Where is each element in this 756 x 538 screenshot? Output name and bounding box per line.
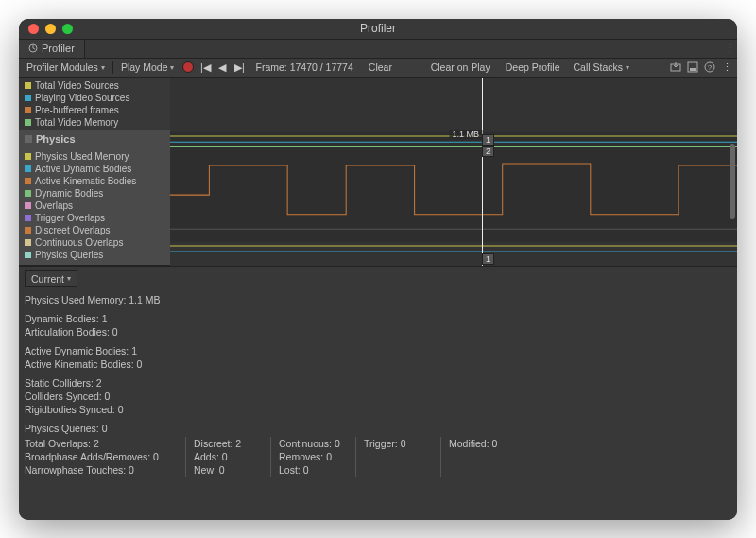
legend-swatch [25, 215, 31, 221]
stat-line: Trigger: 0 [364, 437, 433, 450]
stat-line: Physics Used Memory: 1.1 MB [25, 293, 731, 306]
minimize-window-button[interactable] [45, 24, 56, 34]
vertical-scrollbar[interactable] [730, 144, 735, 219]
legend-label: Active Kinematic Bodies [35, 175, 136, 187]
stat-line: Continuous: 0 [279, 437, 348, 450]
stat-line: Dynamic Bodies: 1 [25, 312, 731, 325]
legend-label: Overlaps [35, 200, 73, 212]
chart-canvas[interactable]: 1.1 MB 1 2 1 [170, 78, 737, 266]
chart-svg [170, 78, 737, 266]
legend-swatch [25, 107, 31, 113]
legend-swatch [25, 119, 31, 126]
window-controls [19, 24, 73, 34]
charts-area: Total Video SourcesPlaying Video Sources… [19, 78, 737, 267]
play-mode-dropdown[interactable]: Play Mode [117, 61, 179, 73]
profiler-modules-dropdown[interactable]: Profiler Modules [23, 61, 109, 73]
content: Total Video SourcesPlaying Video Sources… [19, 78, 737, 520]
svg-text:?: ? [708, 63, 713, 72]
tab-profiler[interactable]: Profiler [19, 40, 85, 58]
legend-label: Discreet Overlaps [35, 224, 110, 236]
stat-line: Removes: 0 [279, 450, 348, 463]
legend-swatch [25, 178, 31, 184]
load-icon[interactable] [669, 61, 682, 74]
menu-icon[interactable]: ⋮ [720, 61, 733, 74]
deep-profile-toggle[interactable]: Deep Profile [500, 61, 566, 73]
stat-line: Adds: 0 [194, 450, 263, 463]
help-icon[interactable]: ? [703, 61, 716, 74]
legend-swatch [25, 252, 31, 258]
stat-line: Colliders Synced: 0 [25, 390, 731, 403]
playhead-label: 1.1 MB [449, 130, 482, 139]
stat-line: Broadphase Adds/Removes: 0 [25, 450, 178, 463]
stat-line: Articulation Bodies: 0 [25, 325, 731, 338]
frame-prev-button[interactable]: ◀ [215, 61, 229, 74]
legend-label: Playing Video Sources [35, 92, 129, 104]
legend-item[interactable]: Physics Queries [25, 249, 164, 261]
legend-item[interactable]: Playing Video Sources [25, 92, 164, 104]
svg-rect-7 [170, 131, 737, 241]
legend-swatch [25, 227, 31, 234]
zoom-window-button[interactable] [62, 24, 73, 34]
legend-item[interactable]: Active Dynamic Bodies [25, 163, 164, 175]
stat-line: Lost: 0 [279, 463, 348, 477]
legend-item[interactable]: Physics Used Memory [25, 150, 164, 163]
legend-item[interactable]: Active Kinematic Bodies [25, 175, 164, 187]
legend-swatch [25, 165, 31, 172]
stat-line: Physics Queries: 0 [25, 422, 731, 435]
playhead-badge-p2d: 1 [482, 253, 494, 265]
stat-line: Narrowphase Touches: 0 [25, 463, 178, 477]
stat-line: Static Colliders: 2 [25, 376, 731, 390]
tab-menu-button[interactable]: ⋮ [722, 40, 737, 58]
stat-line: Active Dynamic Bodies: 1 [25, 344, 731, 357]
legend-label: Total Video Memory [35, 116, 118, 129]
svg-rect-6 [170, 78, 737, 132]
tab-label: Profiler [42, 43, 75, 54]
details-panel: Current Physics Used Memory: 1.1 MB Dyna… [19, 267, 737, 520]
legend-item[interactable]: Total Video Sources [25, 79, 164, 92]
legend-item[interactable]: Trigger Overlaps [25, 212, 164, 224]
legend-label: Physics Queries [35, 249, 103, 261]
stat-line: Modified: 0 [449, 437, 518, 450]
titlebar: Profiler [19, 19, 737, 40]
playhead-badge-1: 1 [482, 134, 494, 146]
legend-item[interactable]: Pre-buffered frames [25, 104, 164, 116]
module-video[interactable]: Total Video SourcesPlaying Video Sources… [19, 78, 170, 130]
playhead[interactable] [482, 78, 483, 266]
save-icon[interactable] [686, 61, 699, 74]
legend-column: Total Video SourcesPlaying Video Sources… [19, 78, 170, 266]
stat-line: Rigidbodies Synced: 0 [25, 403, 731, 416]
profiler-window: Profiler Profiler ⋮ Profiler Modules Pla… [19, 19, 737, 520]
legend-label: Dynamic Bodies [35, 187, 103, 200]
close-window-button[interactable] [28, 24, 39, 34]
legend-swatch [25, 190, 31, 197]
module-physics[interactable]: Physics Physics Used MemoryActive Dynami… [19, 130, 170, 266]
legend-swatch [25, 153, 31, 160]
stat-line: Total Overlaps: 2 [25, 437, 178, 450]
legend-item[interactable]: Dynamic Bodies [25, 187, 164, 200]
legend-swatch [25, 95, 31, 101]
stat-line: New: 0 [194, 463, 263, 477]
legend-item[interactable]: Total Video Memory [25, 116, 164, 129]
legend-item[interactable]: Continuous Overlaps [25, 236, 164, 249]
legend-label: Active Dynamic Bodies [35, 163, 131, 175]
legend-item[interactable]: Discreet Overlaps [25, 224, 164, 236]
details-view-dropdown[interactable]: Current [25, 270, 77, 287]
record-button[interactable] [181, 61, 195, 74]
clear-button[interactable]: Clear [363, 61, 398, 73]
legend-label: Continuous Overlaps [35, 236, 123, 249]
call-stacks-dropdown[interactable]: Call Stacks [569, 61, 633, 73]
playhead-badge-2: 2 [482, 146, 494, 157]
legend-item[interactable]: Overlaps [25, 200, 164, 212]
svg-rect-3 [690, 68, 696, 71]
module-title: Physics [36, 133, 76, 145]
frame-next-button[interactable]: ▶| [232, 61, 246, 74]
legend-label: Trigger Overlaps [35, 212, 105, 224]
legend-swatch [25, 239, 31, 246]
legend-label: Pre-buffered frames [35, 104, 119, 116]
tab-row: Profiler ⋮ [19, 40, 737, 59]
module-icon [25, 135, 32, 143]
frame-first-button[interactable]: |◀ [198, 61, 212, 74]
window-title: Profiler [19, 22, 737, 35]
profiler-icon [28, 43, 38, 53]
clear-on-play-toggle[interactable]: Clear on Play [425, 61, 496, 73]
